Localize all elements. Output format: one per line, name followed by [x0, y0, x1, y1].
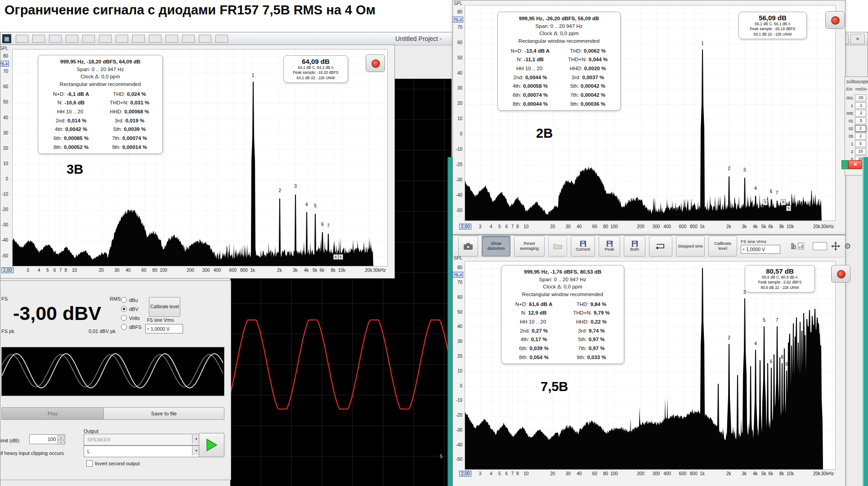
unit-radio-dBu[interactable]: dBu [121, 297, 142, 303]
fs-sine-input[interactable]: ▸1,0000 V [741, 245, 780, 254]
play-button[interactable]: Play [1, 407, 104, 420]
y-tick: 30 [457, 86, 462, 90]
div-setting-row[interactable]: 01.5 [845, 117, 868, 125]
display-box [813, 242, 827, 250]
y-tick: 60 [3, 84, 8, 89]
x-tick: 800 [690, 224, 698, 229]
measurement-info-box: 999,95 Hz, -1,76 dBFS, 80,53 dB Span: 0 … [501, 265, 624, 364]
open-wav-button[interactable] [548, 236, 567, 256]
panel-close-button[interactable]: ✕ [848, 160, 862, 169]
y-tick: 20 [3, 146, 8, 151]
show-distortion-button[interactable]: Show distortion [482, 236, 510, 256]
record-button[interactable] [825, 11, 845, 29]
toolbar-button[interactable] [66, 35, 78, 43]
page-title: Ограничение сигнала с диодами FR157 7,5В… [4, 3, 376, 18]
save-to-file-button[interactable]: Save to file [103, 407, 224, 420]
y-axis: SPL8075,4706050403020100-10-20-30-40-50 [453, 5, 464, 220]
spectrum-plot-2v[interactable]: 999,95 Hz, -26,20 dBFS, 56,09 dB Span: 0… [465, 5, 836, 221]
y-tick: 10 [457, 369, 462, 374]
toolbar-button[interactable] [166, 35, 178, 43]
x-tick: 20k [365, 268, 372, 273]
stepped-sine-button[interactable]: Stepped sine [676, 236, 705, 256]
x-tick: 200 [637, 471, 644, 476]
save-peak-button[interactable]: Peak [599, 236, 620, 256]
y-tick: 80 [457, 9, 462, 14]
div-setting-row[interactable]: 005.2 [845, 109, 868, 117]
save-both-button[interactable]: Both [624, 236, 645, 256]
toolbar-button[interactable] [82, 35, 95, 43]
unit-radio-dBFS[interactable]: dBFS [121, 324, 142, 330]
y-tick: 80 [3, 54, 8, 58]
x-tick: 30kHz [821, 224, 834, 229]
close-button[interactable]: ✕ [850, 34, 865, 44]
move-icon[interactable] [831, 241, 841, 251]
edit-marker-icon: ▸ [148, 327, 149, 331]
calibrate-level-button[interactable]: Calibrate level [708, 236, 737, 256]
spin-down-icon[interactable]: ▼ [58, 440, 64, 445]
green-button[interactable] [841, 160, 848, 169]
x-tick: 400 [214, 268, 221, 273]
invert-output-checkbox[interactable]: Invert second output [86, 460, 140, 467]
spectrum-window-7v5: Show distortion Reset averaging Current … [452, 235, 846, 486]
scope-channel-tag: 5 [440, 454, 443, 459]
toolbar-button[interactable] [215, 35, 228, 43]
settings-gear-icon[interactable]: ⚙ [844, 242, 851, 251]
y-tick: -10 [456, 398, 462, 403]
toolbar-button[interactable] [199, 35, 211, 43]
measurement-info-box: 999,95 Hz, -26,20 dBFS, 56,09 dB Span: 0… [497, 12, 621, 111]
record-button[interactable] [366, 54, 385, 72]
div-setting-row[interactable]: 15 [845, 140, 868, 148]
toolbar-button[interactable] [132, 35, 145, 43]
toolbar-button[interactable] [149, 35, 161, 43]
x-tick: 100 [610, 471, 618, 476]
level-meter-icon[interactable] [791, 242, 809, 250]
x-tick: 5 [46, 268, 49, 273]
generator-play-button[interactable] [199, 433, 224, 457]
reset-averaging-button[interactable]: Reset averaging [514, 236, 545, 256]
toolbar-button[interactable] [32, 35, 45, 43]
toolbar-button[interactable] [182, 35, 195, 43]
peak-label-6: 6 [770, 359, 773, 364]
toolbar-button[interactable] [49, 35, 62, 43]
snapshot-button[interactable] [458, 236, 478, 256]
unit-radio-dBV[interactable]: dBV [121, 306, 142, 312]
peak-label-5: 5 [314, 203, 317, 208]
unit-radio-Volts[interactable]: Volts [121, 315, 142, 321]
div-setting-row[interactable]: 052 [845, 132, 868, 140]
column-headers: /Divms/Div [845, 87, 867, 91]
y-tick: -50 [456, 208, 462, 213]
x-tick: 2k [726, 471, 731, 476]
fs-sine-input[interactable]: ▸1,0000 V [145, 324, 183, 333]
loop-button[interactable] [649, 236, 672, 256]
toolbar-button[interactable] [16, 35, 28, 43]
limit-input[interactable]: 100 ▲▼ [29, 434, 65, 444]
div-setting-row[interactable]: 210 [845, 148, 868, 155]
record-button[interactable] [831, 265, 850, 283]
y-tick: 75,4 [452, 272, 464, 278]
channel-select[interactable]: L▼ [84, 446, 201, 457]
peak-label-5: 5 [763, 318, 765, 323]
div-setting-row[interactable]: 001.05 [845, 94, 868, 102]
spin-up-icon[interactable]: ▲ [58, 435, 64, 440]
x-tick: 3 [479, 224, 482, 229]
toolbar-button[interactable] [116, 35, 128, 43]
x-tick: 30 [566, 224, 571, 229]
toolbar-button[interactable] [99, 35, 112, 43]
unit-radio-group: dBudBVVoltsdBFS [121, 297, 142, 333]
div-setting-row[interactable]: 1.1 [845, 102, 868, 109]
x-tick: 400 [663, 471, 671, 476]
level-box: 64,09 dB 64,1 dB C, 64,1 dB A Peak sampl… [283, 55, 348, 83]
output-device-select[interactable]: SPEAKER▼ [84, 434, 201, 446]
x-tick: 6 [54, 268, 56, 273]
calibrate-level-button[interactable]: Calibrate level [149, 297, 180, 317]
level-detail: Peak sample: -18,20 dBFS [286, 70, 345, 75]
spinner[interactable]: ▲▼ [58, 435, 64, 443]
x-tick: 8 [65, 268, 67, 273]
div-setting-row[interactable]: 021 [845, 125, 868, 132]
peak-label-8: 8 [781, 355, 783, 360]
save-current-button[interactable]: Current [571, 236, 595, 256]
y-tick: 40 [457, 324, 462, 329]
radio-icon [121, 315, 127, 321]
spectrum-plot-3v[interactable]: 999,95 Hz, -18,20 dBFS, 64,09 dB Span: 0… [12, 49, 388, 266]
spectrum-plot-7v5[interactable]: 999,95 Hz, -1,76 dBFS, 80,53 dB Span: 0 … [465, 261, 836, 470]
